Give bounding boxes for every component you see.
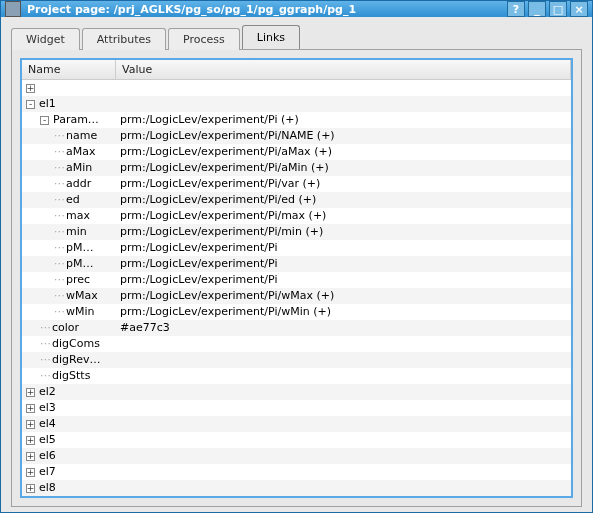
tree-item-label: wMax (66, 288, 98, 304)
tree-row[interactable]: ⋯edprm:/LogicLev/experiment/Pi/ed (+) (22, 192, 571, 208)
leaf-icon: ⋯ (40, 352, 50, 368)
tree-row[interactable]: -Param…prm:/LogicLev/experiment/Pi (+) (22, 112, 571, 128)
tree-item-label: digComs (52, 336, 100, 352)
tree-row[interactable]: ⋯digComs (22, 336, 571, 352)
tree-name-cell: +el5 (22, 432, 116, 448)
leaf-icon: ⋯ (54, 208, 64, 224)
expand-icon[interactable]: + (26, 84, 35, 93)
tree-name-cell: +el4 (22, 416, 116, 432)
tree-item-label: el7 (39, 464, 56, 480)
minimize-button[interactable]: _ (528, 1, 546, 17)
tree-row[interactable]: +el3 (22, 400, 571, 416)
tree-name-cell: +el7 (22, 464, 116, 480)
dialog-window: Project page: /prj_AGLKS/pg_so/pg_1/pg_g… (0, 0, 593, 513)
tree-name-cell: +el8 (22, 480, 116, 496)
tree-row[interactable]: +el5 (22, 432, 571, 448)
tab-widget[interactable]: Widget (11, 28, 80, 50)
tree-row[interactable]: ⋯minprm:/LogicLev/experiment/Pi/min (+) (22, 224, 571, 240)
tree-row[interactable]: -el1 (22, 96, 571, 112)
tree-name-cell: ⋯digRev… (22, 352, 116, 368)
tab-links[interactable]: Links (242, 25, 300, 49)
tab-attributes[interactable]: Attributes (82, 28, 166, 50)
tree-row[interactable]: ⋯maxprm:/LogicLev/experiment/Pi/max (+) (22, 208, 571, 224)
tree-item-label: aMin (66, 160, 92, 176)
tree-name-cell: ⋯color (22, 320, 116, 336)
expand-icon[interactable]: + (26, 436, 35, 445)
tree-row[interactable]: ⋯pM…prm:/LogicLev/experiment/Pi (22, 240, 571, 256)
tree-item-label: Param… (53, 112, 99, 128)
tree-row[interactable]: +el6 (22, 448, 571, 464)
leaf-icon: ⋯ (54, 144, 64, 160)
maximize-button[interactable]: □ (549, 1, 567, 17)
collapse-icon[interactable]: - (40, 116, 49, 125)
tree-item-value: prm:/LogicLev/experiment/Pi (+) (116, 112, 571, 128)
tree-item-label: aMax (66, 144, 95, 160)
tree-name-cell: ⋯max (22, 208, 116, 224)
tree-row[interactable]: ⋯aMaxprm:/LogicLev/experiment/Pi/aMax (+… (22, 144, 571, 160)
tree-name-cell: ⋯ed (22, 192, 116, 208)
expand-icon[interactable]: + (26, 388, 35, 397)
tree-name-cell: ⋯name (22, 128, 116, 144)
leaf-icon: ⋯ (40, 320, 50, 336)
leaf-icon: ⋯ (54, 128, 64, 144)
tree-item-value: prm:/LogicLev/experiment/Pi (116, 272, 571, 288)
collapse-icon[interactable]: - (26, 100, 35, 109)
tab-process[interactable]: Process (168, 28, 240, 50)
tree-item-label: prec (66, 272, 90, 288)
tree-row[interactable]: ⋯wMaxprm:/LogicLev/experiment/Pi/wMax (+… (22, 288, 571, 304)
tree-item-value: prm:/LogicLev/experiment/Pi/NAME (+) (116, 128, 571, 144)
tree-row[interactable]: +el4 (22, 416, 571, 432)
tree-row[interactable]: ⋯pM…prm:/LogicLev/experiment/Pi (22, 256, 571, 272)
tree-row[interactable]: +el7 (22, 464, 571, 480)
tree-item-label: el3 (39, 400, 56, 416)
tree-name-cell: +el3 (22, 400, 116, 416)
tree-row[interactable]: ⋯precprm:/LogicLev/experiment/Pi (22, 272, 571, 288)
expand-icon[interactable]: + (26, 420, 35, 429)
tree-row[interactable]: ⋯digStts (22, 368, 571, 384)
tree-item-value: #ae77c3 (116, 320, 571, 336)
tree-item-label: addr (66, 176, 91, 192)
tree-row[interactable]: ⋯addrprm:/LogicLev/experiment/Pi/var (+) (22, 176, 571, 192)
tree-row[interactable]: ⋯wMinprm:/LogicLev/experiment/Pi/wMin (+… (22, 304, 571, 320)
close-window-button[interactable]: × (570, 1, 588, 17)
window-title: Project page: /prj_AGLKS/pg_so/pg_1/pg_g… (27, 3, 504, 16)
tree-item-label: name (66, 128, 97, 144)
tree-name-cell: ⋯addr (22, 176, 116, 192)
expand-icon[interactable]: + (26, 484, 35, 493)
tab-panel-links: Name Value +-el1-Param…prm:/LogicLev/exp… (11, 49, 582, 507)
tree-name-cell: ⋯digComs (22, 336, 116, 352)
tree-header: Name Value (22, 60, 571, 80)
expand-icon[interactable]: + (26, 468, 35, 477)
tree-item-label: color (52, 320, 79, 336)
app-icon (5, 1, 21, 17)
tree-row[interactable]: +el2 (22, 384, 571, 400)
tree-name-cell: ⋯aMax (22, 144, 116, 160)
tree-row[interactable]: ⋯digRev… (22, 352, 571, 368)
leaf-icon: ⋯ (54, 288, 64, 304)
tree-body[interactable]: +-el1-Param…prm:/LogicLev/experiment/Pi … (22, 80, 571, 496)
tree-name-cell: ⋯wMin (22, 304, 116, 320)
help-button[interactable]: ? (507, 1, 525, 17)
leaf-icon: ⋯ (54, 304, 64, 320)
leaf-icon: ⋯ (54, 256, 64, 272)
tree-name-cell: ⋯aMin (22, 160, 116, 176)
leaf-icon: ⋯ (54, 160, 64, 176)
column-header-value[interactable]: Value (116, 60, 571, 79)
tree-row[interactable]: ⋯nameprm:/LogicLev/experiment/Pi/NAME (+… (22, 128, 571, 144)
expand-icon[interactable]: + (26, 404, 35, 413)
tree-name-cell: ⋯prec (22, 272, 116, 288)
expand-icon[interactable]: + (26, 452, 35, 461)
titlebar[interactable]: Project page: /prj_AGLKS/pg_so/pg_1/pg_g… (1, 1, 592, 17)
content-area: Widget Attributes Process Links Name Val… (1, 17, 592, 513)
leaf-icon: ⋯ (40, 368, 50, 384)
tree-name-cell: -el1 (22, 96, 116, 112)
tree-item-label: el4 (39, 416, 56, 432)
column-header-name[interactable]: Name (22, 60, 116, 79)
leaf-icon: ⋯ (54, 176, 64, 192)
tree-row[interactable]: +el8 (22, 480, 571, 496)
tree-row[interactable]: + (22, 80, 571, 96)
leaf-icon: ⋯ (40, 336, 50, 352)
tree-row[interactable]: ⋯color#ae77c3 (22, 320, 571, 336)
tree-item-value: prm:/LogicLev/experiment/Pi/aMax (+) (116, 144, 571, 160)
tree-row[interactable]: ⋯aMinprm:/LogicLev/experiment/Pi/aMin (+… (22, 160, 571, 176)
